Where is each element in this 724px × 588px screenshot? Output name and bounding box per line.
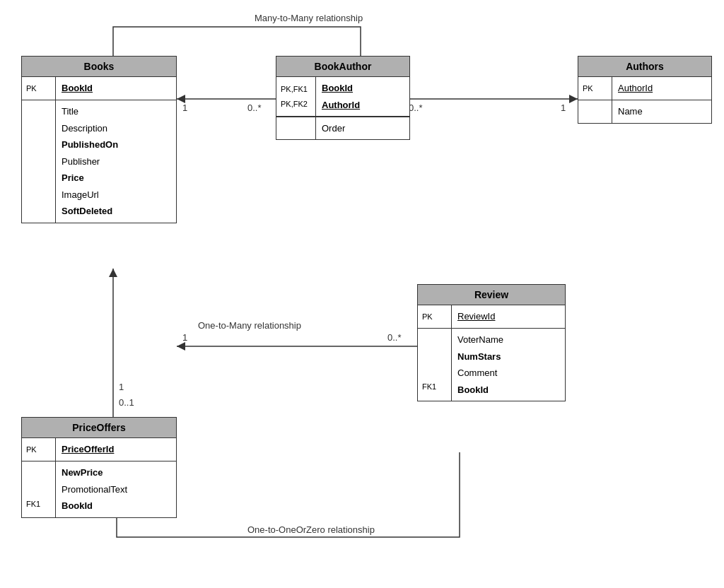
- entity-review-key-pk: PK: [418, 305, 452, 328]
- entity-review-fields: VoterName NumStars Comment BookId: [452, 329, 565, 401]
- entity-books-header: Books: [22, 57, 176, 77]
- entity-books-field-bookid: BookId: [56, 77, 176, 100]
- entity-review: Review PK ReviewId FK1 VoterName NumStar…: [417, 284, 566, 401]
- entity-bookauthor-keys-pk: PK,FK1 PK,FK2: [276, 77, 316, 116]
- card-priceoffers-books-top: 1: [119, 382, 124, 392]
- entity-bookauthor-field-order: Order: [316, 117, 409, 140]
- svg-marker-7: [109, 269, 117, 277]
- entity-books-section-fields: Title Description PublishedOn Publisher …: [22, 100, 176, 223]
- entity-priceoffers: PriceOffers PK PriceOfferId FK1 NewPrice…: [21, 417, 177, 518]
- entity-bookauthor-section-order: Order: [276, 117, 409, 140]
- entity-books: Books PK BookId Title Description Publis…: [21, 56, 177, 223]
- entity-bookauthor-keys-empty: [276, 117, 316, 140]
- svg-marker-5: [177, 342, 185, 351]
- diagram-container: Many-to-Many relationship One-to-Many re…: [0, 0, 724, 588]
- entity-priceoffers-section-fields: FK1 NewPrice PromotionalText BookId: [22, 461, 176, 517]
- card-bookauthor-right: 0..*: [409, 102, 423, 113]
- entity-bookauthor-header: BookAuthor: [276, 57, 409, 77]
- entity-bookauthor: BookAuthor PK,FK1 PK,FK2 BookId AuthorId…: [276, 56, 410, 140]
- entity-authors-field-authorid: AuthorId: [612, 77, 711, 100]
- entity-priceoffers-section-pk: PK PriceOfferId: [22, 438, 176, 461]
- entity-authors-header: Authors: [578, 57, 711, 77]
- entity-priceoffers-fields: NewPrice PromotionalText BookId: [56, 461, 176, 517]
- entity-books-fields: Title Description PublishedOn Publisher …: [56, 100, 176, 223]
- entity-priceoffers-header: PriceOffers: [22, 418, 176, 438]
- entity-bookauthor-fields-pk: BookId AuthorId: [316, 77, 409, 116]
- entity-review-section-fields: FK1 VoterName NumStars Comment BookId: [418, 329, 565, 401]
- one-to-oneorzero-label: One-to-OneOrZero relationship: [247, 524, 375, 535]
- svg-marker-3: [569, 95, 578, 103]
- card-priceoffers-books-bottom: 0..1: [119, 397, 134, 408]
- entity-bookauthor-section-pk: PK,FK1 PK,FK2 BookId AuthorId: [276, 77, 409, 116]
- entity-priceoffers-field-id: PriceOfferId: [56, 438, 176, 461]
- entity-authors-key-pk: PK: [578, 77, 612, 100]
- entity-authors-section-pk: PK AuthorId: [578, 77, 711, 100]
- card-review-books-left: 1: [182, 332, 187, 343]
- entity-authors: Authors PK AuthorId Name: [578, 56, 712, 124]
- entity-authors-section-fields: Name: [578, 100, 711, 123]
- entity-review-field-reviewid: ReviewId: [452, 305, 565, 328]
- card-bookauthor-left: 0..*: [247, 102, 262, 113]
- many-to-many-label: Many-to-Many relationship: [255, 13, 363, 23]
- entity-review-keys-fields: FK1: [418, 329, 452, 401]
- entity-authors-keys-empty: [578, 100, 612, 123]
- card-books-right: 1: [182, 102, 187, 113]
- card-review-books-right: 0..*: [387, 332, 402, 343]
- entity-review-header: Review: [418, 285, 565, 305]
- entity-books-keys-empty: [22, 100, 56, 223]
- one-to-many-label: One-to-Many relationship: [198, 320, 301, 331]
- entity-authors-field-name: Name: [612, 100, 711, 123]
- entity-review-section-pk: PK ReviewId: [418, 305, 565, 328]
- entity-priceoffers-keys-fields: FK1: [22, 461, 56, 517]
- entity-books-section-pk: PK BookId: [22, 77, 176, 100]
- entity-books-key-pk: PK: [22, 77, 56, 100]
- card-authors-left: 1: [561, 102, 566, 113]
- entity-priceoffers-key-pk: PK: [22, 438, 56, 461]
